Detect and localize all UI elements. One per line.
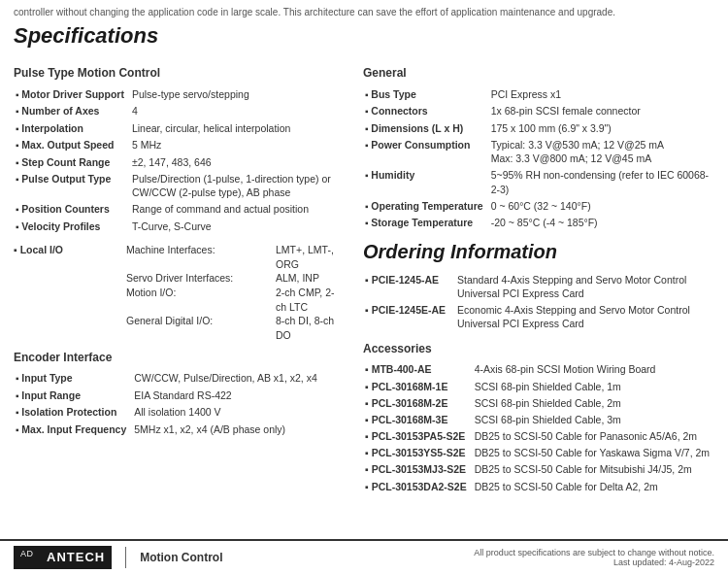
accessory-row: PCL-30168M-2ESCSI 68-pin Shielded Cable,… <box>363 394 714 411</box>
accessory-row: PCL-30153DA2-S2EDB25 to SCSI-50 Cable fo… <box>363 478 714 494</box>
encoder-spec-row: Isolation ProtectionAll isolation 1400 V <box>14 404 344 422</box>
accessory-value: 4-Axis 68-pin SCSI Motion Wiring Board <box>473 361 714 378</box>
ordering-label: PCIE-1245-AE <box>363 271 455 301</box>
accessory-label: PCL-30153DA2-S2E <box>363 478 473 494</box>
spec-label: Humidity <box>363 167 489 197</box>
spec-value: Typical: 3.3 V@530 mA; 12 V@25 mAMax: 3.… <box>489 137 714 167</box>
specifications-title: Specifications <box>14 23 714 49</box>
ordering-value: Standard 4-Axis Stepping and Servo Motor… <box>455 271 714 301</box>
spec-label: Dimensions (L x H) <box>363 119 489 137</box>
spec-value: Linear, circular, helical interpolation <box>130 119 344 137</box>
spec-label: Max. Input Frequency <box>14 421 132 438</box>
accessory-label: PCL-30168M-2E <box>363 394 473 411</box>
right-column: General Bus TypePCI Express x1Connectors… <box>363 58 714 494</box>
accessory-label: PCL-30153PA5-S2E <box>363 428 473 445</box>
accessory-value: DB25 to SCSI-50 Cable for Mitsubishi J4/… <box>473 461 714 478</box>
spec-label: Motor Driver Support <box>14 85 130 103</box>
spec-label: Step Count Range <box>14 153 130 171</box>
ordering-value: Economic 4-Axis Stepping and Servo Motor… <box>455 302 714 332</box>
spec-value: 4 <box>130 103 344 120</box>
pulse-spec-row: Position CountersRange of command and ac… <box>14 201 344 219</box>
pulse-spec-row: Max. Output Speed5 MHz <box>14 137 344 154</box>
ordering-row: PCIE-1245-AEStandard 4-Axis Stepping and… <box>363 271 714 301</box>
local-io-machine: Machine Interfaces: LMT+, LMT-, ORG <box>126 243 344 271</box>
ordering-table: PCIE-1245-AEStandard 4-Axis Stepping and… <box>363 271 714 332</box>
footer-section-label: Motion Control <box>140 551 222 564</box>
spec-value: 1x 68-pin SCSI female connector <box>489 103 714 120</box>
pulse-spec-row: InterpolationLinear, circular, helical i… <box>14 119 344 137</box>
footer-date: Last updated: 4-Aug-2022 <box>613 557 714 567</box>
local-io-block: ▪ Local I/O Machine Interfaces: LMT+, LM… <box>14 243 344 343</box>
spec-label: Number of Axes <box>14 103 130 120</box>
spec-label: Velocity Profiles <box>14 218 130 235</box>
spec-value: Range of command and actual position <box>130 201 344 219</box>
spec-value: T-Curve, S-Curve <box>130 218 344 235</box>
accessory-row: MTB-400-AE4-Axis 68-pin SCSI Motion Wiri… <box>363 361 714 378</box>
accessory-row: PCL-30153MJ3-S2EDB25 to SCSI-50 Cable fo… <box>363 461 714 478</box>
spec-value: 175 x 100 mm (6.9" x 3.9") <box>489 119 714 137</box>
spec-label: Isolation Protection <box>14 404 132 422</box>
accessory-row: PCL-30168M-1ESCSI 68-pin Shielded Cable,… <box>363 378 714 394</box>
spec-value: Pulse/Direction (1-pulse, 1-direction ty… <box>130 171 344 201</box>
spec-label: Bus Type <box>363 85 489 103</box>
accessory-value: DB25 to SCSI-50 Cable for Yaskawa Sigma … <box>473 445 714 461</box>
general-spec-row: Power ConsumptionTypical: 3.3 V@530 mA; … <box>363 137 714 167</box>
spec-value: 5 MHz <box>130 137 344 154</box>
spec-label: Power Consumption <box>363 137 489 167</box>
spec-value: PCI Express x1 <box>489 85 714 103</box>
spec-value: All isolation 1400 V <box>132 404 344 422</box>
general-spec-row: Operating Temperature0 ~ 60°C (32 ~ 140°… <box>363 197 714 215</box>
accessory-value: DB25 to SCSI-50 Cable for Delta A2, 2m <box>473 478 714 494</box>
pulse-spec-row: Velocity ProfilesT-Curve, S-Curve <box>14 218 344 235</box>
ordering-title: Ordering Information <box>363 241 714 263</box>
footer-left: AD ANTECH Motion Control <box>14 546 223 569</box>
spec-label: Max. Output Speed <box>14 137 130 154</box>
accessory-label: MTB-400-AE <box>363 361 473 378</box>
spec-label: Connectors <box>363 103 489 120</box>
accessory-row: PCL-30153PA5-S2EDB25 to SCSI-50 Cable fo… <box>363 428 714 445</box>
spec-label: Position Counters <box>14 201 130 219</box>
general-spec-table: Bus TypePCI Express x1Connectors1x 68-pi… <box>363 85 714 231</box>
spec-label: Interpolation <box>14 119 130 137</box>
encoder-spec-row: Input TypeCW/CCW, Pulse/Direction, AB x1… <box>14 370 344 388</box>
spec-label: Operating Temperature <box>363 197 489 215</box>
pulse-spec-table: Motor Driver SupportPulse-type servo/ste… <box>14 85 344 235</box>
intro-text: controller without changing the applicat… <box>0 0 728 23</box>
accessory-label: PCL-30168M-3E <box>363 411 473 427</box>
general-spec-row: Connectors1x 68-pin SCSI female connecto… <box>363 103 714 120</box>
general-spec-row: Bus TypePCI Express x1 <box>363 85 714 103</box>
pulse-section-heading: Pulse Type Motion Control <box>14 66 344 80</box>
general-section-heading: General <box>363 66 714 80</box>
general-spec-row: Humidity5~95% RH non-condensing (refer t… <box>363 167 714 197</box>
encoder-spec-table: Input TypeCW/CCW, Pulse/Direction, AB x1… <box>14 370 344 438</box>
accessory-label: PCL-30153MJ3-S2E <box>363 461 473 478</box>
ordering-row: PCIE-1245E-AEEconomic 4-Axis Stepping an… <box>363 302 714 332</box>
spec-label: Pulse Output Type <box>14 171 130 201</box>
ordering-label: PCIE-1245E-AE <box>363 302 455 332</box>
accessory-value: DB25 to SCSI-50 Cable for Panasonic A5/A… <box>473 428 714 445</box>
spec-value: ±2, 147, 483, 646 <box>130 153 344 171</box>
accessory-row: PCL-30168M-3ESCSI 68-pin Shielded Cable,… <box>363 411 714 427</box>
pulse-spec-row: Pulse Output TypePulse/Direction (1-puls… <box>14 171 344 201</box>
encoder-spec-row: Input RangeEIA Standard RS-422 <box>14 387 344 404</box>
spec-label: Input Range <box>14 387 132 404</box>
spec-value: 5~95% RH non-condensing (refer to IEC 60… <box>489 167 714 197</box>
spec-value: -20 ~ 85°C (-4 ~ 185°F) <box>489 215 714 232</box>
encoder-section-heading: Encoder Interface <box>14 351 344 364</box>
spec-value: CW/CCW, Pulse/Direction, AB x1, x2, x4 <box>132 370 344 388</box>
accessory-label: PCL-30153YS5-S2E <box>363 445 473 461</box>
accessories-table: MTB-400-AE4-Axis 68-pin SCSI Motion Wiri… <box>363 361 714 494</box>
spec-value: 5MHz x1, x2, x4 (A/B phase only) <box>132 421 344 438</box>
pulse-spec-row: Number of Axes4 <box>14 103 344 120</box>
footer-notice: All product specifications are subject t… <box>474 548 714 557</box>
pulse-spec-row: Step Count Range±2, 147, 483, 646 <box>14 153 344 171</box>
accessory-value: SCSI 68-pin Shielded Cable, 2m <box>473 394 714 411</box>
accessory-label: PCL-30168M-1E <box>363 378 473 394</box>
accessory-value: SCSI 68-pin Shielded Cable, 3m <box>473 411 714 427</box>
spec-label: Storage Temperature <box>363 215 489 232</box>
footer: AD ANTECH Motion Control All product spe… <box>0 539 728 574</box>
general-spec-row: Dimensions (L x H)175 x 100 mm (6.9" x 3… <box>363 119 714 137</box>
accessories-heading: Accessories <box>363 342 714 355</box>
local-io-general: General Digital I/O: 8-ch DI, 8-ch DO <box>126 314 344 342</box>
spec-value: Pulse-type servo/stepping <box>130 85 344 103</box>
